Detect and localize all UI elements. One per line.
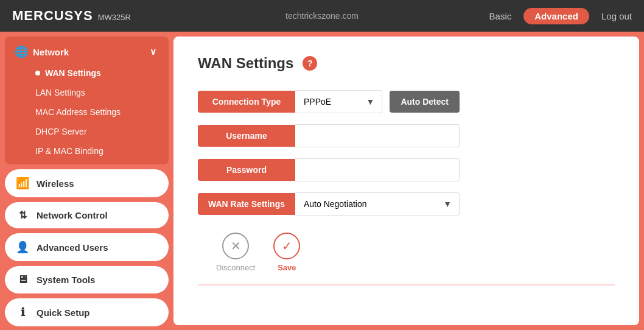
advanced-nav-button[interactable]: Advanced	[523, 8, 589, 24]
submenu-label: LAN Settings	[35, 88, 85, 97]
wan-rate-select[interactable]: Auto Negotiation 10M Half 10M Full 100M …	[295, 193, 443, 215]
sidebar: 🌐 Network ∨ WAN Settings LAN Settings MA…	[0, 32, 173, 330]
wireless-label: Wireless	[37, 178, 158, 189]
main-content: WAN Settings ? Connection Type PPPoE Dyn…	[173, 37, 639, 325]
sidebar-item-system-tools[interactable]: 🖥 System Tools	[5, 266, 169, 293]
connection-type-select[interactable]: PPPoE Dynamic IP Static IP L2TP PPTP	[295, 91, 366, 113]
submenu-item-lan-settings[interactable]: LAN Settings	[5, 83, 169, 102]
active-dot	[35, 71, 40, 75]
disconnect-icon: ✕	[222, 233, 249, 259]
wan-rate-label: WAN Rate Settings	[198, 193, 295, 215]
save-button[interactable]: ✓ Save	[273, 233, 300, 272]
brand: MERCUSYS MW325R	[12, 8, 131, 24]
submenu-item-dhcp[interactable]: DHCP Server	[5, 122, 169, 141]
password-label: Password	[198, 159, 295, 181]
submenu-label: MAC Address Settings	[35, 107, 121, 117]
auto-detect-button[interactable]: Auto Detect	[390, 91, 460, 113]
router-icon: 🖥	[16, 273, 29, 286]
submenu-label: DHCP Server	[35, 127, 87, 136]
site-url: techtrickszone.com	[285, 11, 359, 21]
wan-rate-chevron-icon: ▼	[443, 199, 459, 209]
disconnect-button[interactable]: ✕ Disconnect	[216, 233, 255, 272]
sidebar-item-network-control[interactable]: ⇅ Network Control	[5, 202, 169, 228]
header-nav: Basic Advanced Log out	[489, 8, 632, 24]
submenu-item-mac-settings[interactable]: MAC Address Settings	[5, 102, 169, 122]
wifi-icon: 📶	[16, 177, 29, 190]
page-title-row: WAN Settings ?	[198, 55, 615, 72]
header: MERCUSYS MW325R techtrickszone.com Basic…	[0, 0, 644, 32]
wan-rate-row: WAN Rate Settings Auto Negotiation 10M H…	[198, 192, 460, 216]
connection-type-chevron-icon: ▼	[366, 97, 382, 107]
basic-nav-button[interactable]: Basic	[489, 11, 512, 21]
quick-setup-label: Quick Setup	[37, 307, 158, 318]
globe-icon: 🌐	[15, 45, 28, 58]
submenu-label: WAN Settings	[45, 68, 101, 78]
network-label: Network	[33, 47, 69, 57]
username-input[interactable]	[295, 124, 460, 147]
save-label: Save	[278, 263, 296, 272]
brand-model: MW325R	[98, 13, 131, 22]
page-title: WAN Settings	[198, 55, 293, 72]
info-icon: ℹ	[16, 306, 29, 319]
sidebar-item-wireless[interactable]: 📶 Wireless	[5, 169, 169, 197]
password-row: Password	[198, 158, 460, 181]
sidebar-item-quick-setup[interactable]: ℹ Quick Setup	[5, 298, 169, 326]
save-icon: ✓	[273, 233, 300, 259]
disconnect-label: Disconnect	[216, 263, 255, 272]
bottom-divider	[198, 284, 615, 286]
sidebar-item-advanced-users[interactable]: 👤 Advanced Users	[5, 233, 169, 261]
layout: 🌐 Network ∨ WAN Settings LAN Settings MA…	[0, 32, 644, 330]
system-tools-label: System Tools	[37, 275, 158, 285]
chevron-down-icon: ∨	[150, 46, 156, 57]
username-label: Username	[198, 125, 295, 147]
connection-type-label: Connection Type	[198, 91, 295, 113]
wan-rate-select-wrapper: Auto Negotiation 10M Half 10M Full 100M …	[295, 192, 460, 216]
network-control-label: Network Control	[37, 210, 158, 220]
sliders-icon: ⇅	[16, 209, 29, 221]
connection-type-select-wrapper: PPPoE Dynamic IP Static IP L2TP PPTP ▼	[295, 90, 382, 113]
help-button[interactable]: ?	[303, 56, 317, 71]
connection-type-row: Connection Type PPPoE Dynamic IP Static …	[198, 90, 460, 113]
submenu-item-ip-mac[interactable]: IP & MAC Binding	[5, 141, 169, 161]
username-row: Username	[198, 124, 460, 147]
network-submenu: 🌐 Network ∨ WAN Settings LAN Settings MA…	[5, 37, 169, 164]
password-input[interactable]	[295, 158, 460, 181]
action-row: ✕ Disconnect ✓ Save	[198, 233, 615, 272]
logout-nav-button[interactable]: Log out	[601, 11, 632, 21]
advanced-users-label: Advanced Users	[37, 242, 158, 253]
user-icon: 👤	[16, 240, 29, 254]
brand-name: MERCUSYS	[12, 8, 93, 24]
submenu-label: IP & MAC Binding	[35, 146, 103, 156]
submenu-item-wan-settings[interactable]: WAN Settings	[5, 63, 169, 83]
sidebar-item-network[interactable]: 🌐 Network ∨	[5, 40, 169, 63]
